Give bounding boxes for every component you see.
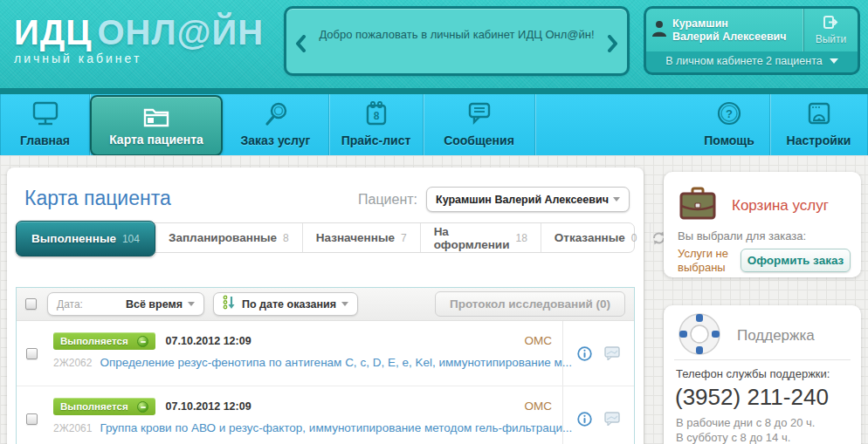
chevron-down-icon — [830, 58, 838, 64]
logout-icon — [823, 16, 838, 32]
logout-label: Выйти — [816, 33, 847, 45]
search-icon — [260, 100, 292, 132]
nav-item-messages[interactable]: Сообщения — [424, 94, 535, 155]
tab-count: 8 — [283, 232, 289, 244]
service-title-link[interactable]: Группа крови по АВО и резус-фактор, имму… — [100, 421, 572, 434]
tab-label: На оформлении — [434, 225, 510, 251]
nav-item-order-services[interactable]: Заказ услуг — [223, 94, 329, 155]
support-hours-saturday: В субботу с 8 до 14 ч. — [676, 431, 790, 444]
service-datetime: 07.10.2012 12:09 — [166, 400, 251, 413]
tab-count: 0 — [631, 232, 637, 244]
tab-count: 18 — [515, 232, 527, 244]
tab-count: 7 — [401, 232, 407, 244]
patient-switcher[interactable]: В личном кабинете 2 пациента — [646, 50, 858, 72]
carousel-prev-icon[interactable] — [294, 35, 307, 52]
status-indicator-icon — [137, 336, 148, 347]
nav-item-price-list[interactable]: 8 Прайс-лист — [329, 94, 424, 155]
welcome-banner: Добро пожаловать в личный кабинет ИДЦ Он… — [284, 6, 630, 76]
sort-select[interactable]: По дате оказания — [213, 292, 358, 316]
support-hours-weekdays: В рабочие дни с 8 до 20 ч. — [676, 416, 816, 429]
status-indicator-icon — [137, 401, 148, 413]
place-order-button[interactable]: Оформить заказ — [741, 249, 851, 272]
nav-label: Сообщения — [444, 133, 514, 147]
user-icon — [646, 20, 672, 41]
support-phone-label: Телефон службы поддержки: — [676, 367, 830, 380]
logo-main-text: ИДЦ — [14, 13, 92, 51]
logo-accent-text: ОНЛ@ЙН — [97, 13, 264, 51]
user-name: Курамшин Валерий Алексеевич — [672, 17, 803, 44]
nav-label: Заказ услуг — [241, 133, 311, 147]
status-tabbar: Выполненные 104 Запланированные 8 Назнач… — [16, 222, 635, 253]
status-badge: Выполняется — [53, 398, 155, 415]
header: ИДЦОНЛ@ЙН личный кабинет Добро пожаловат… — [0, 0, 868, 88]
logo[interactable]: ИДЦОНЛ@ЙН личный кабинет — [14, 14, 264, 65]
chevron-down-icon — [188, 302, 195, 306]
tab-label: Запланированные — [169, 231, 277, 244]
monitor-icon — [30, 100, 61, 132]
settings-gear-icon — [803, 100, 835, 132]
nav-top-strip — [0, 88, 868, 94]
nav-spacer — [535, 94, 689, 155]
logout-button[interactable]: Выйти — [803, 9, 858, 51]
support-title: Поддержка — [737, 327, 815, 345]
comment-icon[interactable] — [604, 346, 620, 360]
nav-item-patient-card[interactable]: Карта пациента — [90, 95, 223, 156]
service-row: Выполняется 07.10.2012 12:09 ОМС — [17, 386, 634, 444]
tab-completed[interactable]: Выполненные 104 — [16, 221, 155, 256]
info-icon[interactable] — [577, 346, 592, 361]
tab-in-processing[interactable]: На оформлении 18 — [421, 223, 541, 252]
payment-type-label: ОМС — [525, 400, 553, 413]
row-actions — [562, 321, 634, 386]
tab-assigned[interactable]: Назначенные 7 — [303, 223, 421, 252]
service-code: 2Ж2061 — [53, 422, 92, 434]
filter-bar: Дата: Всё время По дате оказания Протоко… — [17, 288, 634, 321]
svg-text:?: ? — [726, 107, 733, 120]
cart-empty-text: Услуги не выбраны — [678, 247, 747, 275]
sort-value: По дате оказания — [242, 298, 336, 311]
nav-item-settings[interactable]: Настройки — [770, 94, 868, 155]
support-panel: Поддержка Телефон службы поддержки: (395… — [664, 305, 861, 444]
info-icon[interactable] — [577, 412, 592, 427]
select-all-checkbox[interactable] — [25, 298, 37, 310]
service-row: Выполняется 07.10.2012 12:09 ОМС — [17, 321, 634, 386]
nav-label: Помощь — [704, 133, 754, 147]
comment-icon[interactable] — [604, 412, 620, 426]
date-filter-value: Всё время — [126, 298, 183, 311]
tab-label: Отказанные — [555, 231, 625, 244]
protocol-button[interactable]: Протокол исследований (0) — [435, 291, 625, 317]
cart-panel: Корзина услуг Вы выбрали для заказа: Усл… — [664, 172, 861, 277]
cart-subtitle: Вы выбрали для заказа: — [678, 229, 806, 242]
patient-label: Пациент: — [358, 192, 417, 208]
service-code: 2Ж2062 — [53, 357, 92, 369]
app-window: ИДЦОНЛ@ЙН личный кабинет Добро пожаловат… — [0, 0, 868, 444]
tab-declined[interactable]: Отказанные 0 — [541, 223, 651, 252]
status-label: Выполняется — [60, 401, 128, 412]
status-badge: Выполняется — [53, 332, 155, 350]
status-label: Выполняется — [60, 336, 128, 346]
date-filter-select[interactable]: Дата: Всё время — [47, 292, 204, 316]
row-checkbox[interactable] — [26, 348, 38, 359]
svg-text:8: 8 — [373, 110, 379, 122]
chevron-down-icon — [341, 302, 348, 306]
row-checkbox[interactable] — [26, 413, 38, 425]
user-first-name: Валерий Алексеевич — [672, 31, 803, 44]
patient-card-panel: Карта пациента Пациент: Курамшин Валерий… — [7, 167, 644, 444]
carousel-next-icon[interactable] — [607, 35, 619, 52]
nav-label: Карта пациента — [109, 133, 203, 147]
service-datetime: 07.10.2012 12:09 — [166, 335, 251, 347]
tab-planned[interactable]: Запланированные 8 — [155, 223, 303, 252]
logo-subtitle: личный кабинет — [14, 51, 264, 65]
patient-select[interactable]: Курамшин Валерий Алексеевич — [426, 187, 630, 212]
calendar-icon: 8 — [361, 100, 392, 132]
service-title-link[interactable]: Определение резус-фенотипа по антигенам … — [100, 356, 572, 369]
help-icon: ? — [713, 100, 745, 132]
divider — [674, 359, 851, 360]
nav-item-help[interactable]: ? Помощь — [689, 94, 770, 155]
nav-label: Главная — [20, 133, 70, 147]
date-filter-label: Дата: — [57, 298, 83, 311]
patient-select-value: Курамшин Валерий Алексеевич — [436, 194, 613, 206]
nav-item-home[interactable]: Главная — [0, 94, 90, 155]
main-nav: Главная Карта пациента Заказ услуг 8 Пра… — [0, 94, 868, 155]
user-panel: Курамшин Валерий Алексеевич Выйти В личн… — [644, 6, 860, 75]
cart-title[interactable]: Корзина услуг — [732, 197, 829, 215]
